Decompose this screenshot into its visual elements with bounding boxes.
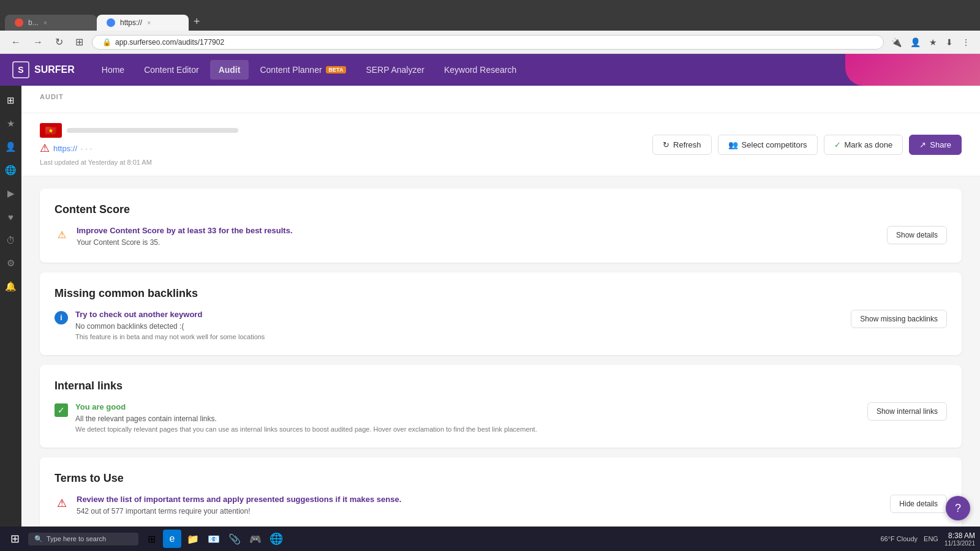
bookmark-button[interactable]: ★ <box>927 35 940 50</box>
home-button[interactable]: ⊞ <box>72 34 87 50</box>
tab-close-1[interactable]: × <box>43 19 47 26</box>
tab-close-2[interactable]: × <box>147 19 151 26</box>
app-header: S SURFER Home Content Editor Audit Conte… <box>0 54 980 86</box>
show-internal-links-button[interactable]: Show internal links <box>867 402 947 421</box>
terms-to-use-alert-row: ⚠ Review the list of important terms and… <box>55 495 947 517</box>
mark-as-done-button[interactable]: ✓ Mark as done <box>824 135 903 155</box>
select-competitors-label: Select competitors <box>742 140 807 149</box>
terms-to-use-alert-content: Review the list of important terms and a… <box>77 495 883 517</box>
show-details-button[interactable]: Show details <box>887 226 947 244</box>
terms-to-use-action: Hide details <box>890 495 947 513</box>
internal-links-alert-body: All the relevant pages contain internal … <box>75 413 860 424</box>
checkmark-success-icon: ✓ <box>55 403 68 417</box>
nav-content-planner[interactable]: Content Planner BETA <box>251 60 355 80</box>
missing-backlinks-section: Missing common backlinks i Try to check … <box>40 272 962 355</box>
taskbar-app-mail[interactable]: 📧 <box>205 530 223 548</box>
missing-backlinks-alert-left: i Try to check out another keyword No co… <box>55 310 843 340</box>
taskbar-app-chrome[interactable]: 🌐 <box>267 530 285 548</box>
terms-to-use-alert-left: ⚠ Review the list of important terms and… <box>55 495 883 517</box>
error-indicator-icon: ⚠ <box>40 141 50 155</box>
competitors-icon: 👥 <box>728 140 738 149</box>
share-icon: ↗ <box>919 140 926 149</box>
beta-badge: BETA <box>326 66 347 73</box>
address-text: app.surferseo.com/audits/177902 <box>115 38 224 47</box>
content-score-alert-left: ⚠ Improve Content Score by at least 33 f… <box>55 226 880 248</box>
taskbar-weather: 66°F Cloudy <box>880 535 918 542</box>
internal-links-title: Internal links <box>55 380 947 392</box>
refresh-button[interactable]: ↻ <box>51 34 67 50</box>
taskbar-app-windows[interactable]: ⊞ <box>142 530 160 548</box>
sidebar-icon-clock[interactable]: ⏱ <box>2 231 20 249</box>
taskbar-apps: ⊞ e 📁 📧 📎 🎮 🌐 <box>142 530 285 548</box>
forward-button[interactable]: → <box>29 34 47 50</box>
content-score-alert-title: Improve Content Score by at least 33 for… <box>77 226 880 235</box>
internal-links-alert-row: ✓ You are good All the relevant pages co… <box>55 402 947 433</box>
browser-nav: ← → ↻ ⊞ 🔒 app.surferseo.com/audits/17790… <box>0 31 980 54</box>
share-label: Share <box>930 140 951 149</box>
address-bar[interactable]: 🔒 app.surferseo.com/audits/177902 <box>92 35 884 50</box>
nav-keyword-research[interactable]: Keyword Research <box>435 60 525 80</box>
missing-backlinks-alert-content: Try to check out another keyword No comm… <box>75 310 843 340</box>
sidebar-icon-heart[interactable]: ♥ <box>2 208 20 225</box>
select-competitors-button[interactable]: 👥 Select competitors <box>718 135 818 155</box>
taskbar-time: 8:38 AM <box>944 531 975 540</box>
nav-content-planner-label: Content Planner <box>260 65 322 75</box>
back-button[interactable]: ← <box>7 34 24 50</box>
url-text: https:// <box>53 144 77 153</box>
sidebar-icon-play[interactable]: ▶ <box>2 185 20 202</box>
browser-tab-active[interactable]: https:// × <box>97 15 189 31</box>
country-flag: 🇻🇳 <box>40 123 62 138</box>
url-flag-area: 🇻🇳 ⚠ https:// · · · Last updated at Yest… <box>40 123 640 166</box>
refresh-button[interactable]: ↻ Refresh <box>652 135 712 155</box>
info-circle-icon: i <box>55 311 68 324</box>
nav-audit[interactable]: Audit <box>210 60 249 80</box>
tab-favicon-1 <box>15 18 23 27</box>
sidebar: ⊞ ★ 👤 🌐 ▶ ♥ ⏱ ⚙ 🔔 ··· <box>0 86 21 551</box>
browser-tab-inactive[interactable]: b... × <box>5 15 97 31</box>
app-logo: S SURFER <box>12 61 75 78</box>
share-button[interactable]: ↗ Share <box>909 135 962 155</box>
taskbar-search[interactable]: 🔍 Type here to search <box>28 533 138 545</box>
url-bar-placeholder <box>67 128 238 133</box>
downloads-button[interactable]: ⬇ <box>943 35 956 50</box>
browser-tabs: b... × https:// × + <box>5 0 205 31</box>
menu-button[interactable]: ⋮ <box>959 35 973 50</box>
tab-favicon-2 <box>107 18 115 27</box>
sidebar-icon-star[interactable]: ★ <box>2 115 20 132</box>
mark-as-done-label: Mark as done <box>845 140 893 149</box>
new-tab-button[interactable]: + <box>189 13 205 31</box>
taskbar-clock: 8:38 AM 11/13/2021 <box>944 531 975 547</box>
page-header: AUDIT <box>21 86 980 113</box>
missing-backlinks-alert-body: No common backlinks detected :( <box>75 321 843 332</box>
nav-serp-analyzer[interactable]: SERP Analyzer <box>357 60 432 80</box>
header-gradient-decoration <box>845 54 980 86</box>
sidebar-icon-bell[interactable]: 🔔 <box>2 278 20 295</box>
sidebar-icon-settings[interactable]: ⚙ <box>2 255 20 272</box>
nav-content-editor[interactable]: Content Editor <box>135 60 208 80</box>
taskbar-app-paperclip[interactable]: 📎 <box>225 530 244 548</box>
hide-details-button[interactable]: Hide details <box>890 495 947 513</box>
content-score-alert-content: Improve Content Score by at least 33 for… <box>77 226 880 248</box>
taskbar-app-explorer[interactable]: 📁 <box>184 530 202 548</box>
missing-backlinks-alert-row: i Try to check out another keyword No co… <box>55 310 947 340</box>
terms-to-use-section: Terms to Use ⚠ Review the list of import… <box>40 457 962 531</box>
refresh-icon: ↻ <box>663 140 669 149</box>
missing-backlinks-title: Missing common backlinks <box>55 287 947 300</box>
taskbar-start-button[interactable]: ⊞ <box>5 529 24 549</box>
nav-home[interactable]: Home <box>93 60 133 80</box>
profile-button[interactable]: 👤 <box>908 35 923 50</box>
extensions-button[interactable]: 🔌 <box>889 35 904 50</box>
sidebar-icon-user[interactable]: 👤 <box>2 138 20 156</box>
logo-text: SURFER <box>34 64 75 75</box>
tab-label-1: b... <box>28 18 39 27</box>
terms-to-use-title: Terms to Use <box>55 472 947 485</box>
sidebar-icon-grid[interactable]: ⊞ <box>2 92 20 109</box>
internal-links-alert-title: You are good <box>75 402 860 411</box>
sidebar-icon-globe[interactable]: 🌐 <box>2 162 20 179</box>
taskbar-app-edge[interactable]: e <box>163 530 181 548</box>
last-updated-text: Last updated at Yesterday at 8:01 AM <box>40 159 238 166</box>
help-button[interactable]: ? <box>946 496 970 520</box>
app-body: ⊞ ★ 👤 🌐 ▶ ♥ ⏱ ⚙ 🔔 ··· AUDIT 🇻🇳 <box>0 86 980 551</box>
taskbar-app-game[interactable]: 🎮 <box>246 530 265 548</box>
show-missing-backlinks-button[interactable]: Show missing backlinks <box>851 310 947 328</box>
